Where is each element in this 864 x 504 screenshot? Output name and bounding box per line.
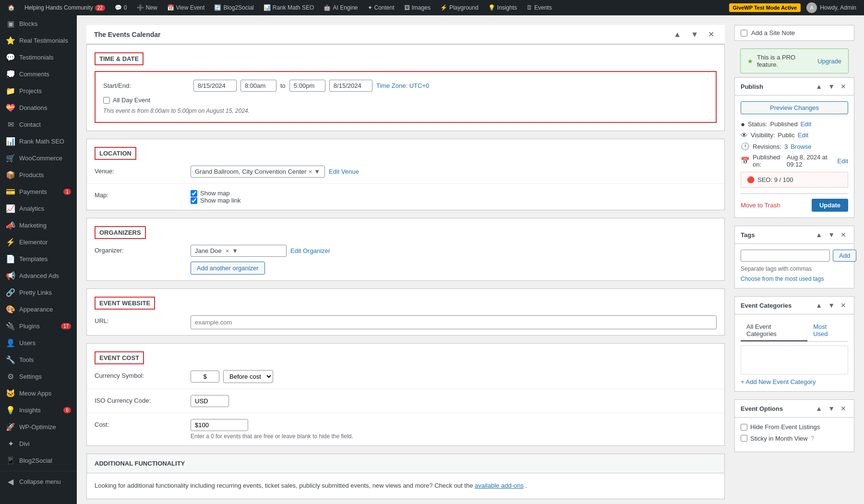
sidebar-item-woocommerce[interactable]: 🛒 WooCommerce: [0, 150, 77, 167]
adminbar-howdy[interactable]: A Howdy, Admin: [803, 2, 860, 13]
publish-expand-btn[interactable]: ▼: [826, 82, 837, 91]
visibility-edit-link[interactable]: Edit: [798, 132, 808, 139]
venue-select[interactable]: Grand Ballroom, City Convention Center ×…: [191, 166, 325, 178]
sidebar-item-analytics[interactable]: 📈 Analytics: [0, 200, 77, 217]
tags-collapse-btn[interactable]: ▲: [814, 230, 824, 240]
sidebar-item-blog2social[interactable]: 📱 Blog2Social: [0, 452, 77, 469]
sidebar-item-wp-optimize[interactable]: 🚀 WP-Optimize: [0, 419, 77, 435]
sidebar-item-blocks[interactable]: ▣ Blocks: [0, 15, 77, 32]
move-to-trash-link[interactable]: Move to Trash: [741, 202, 780, 209]
tags-header[interactable]: Tags ▲ ▼ ✕: [735, 226, 854, 244]
revisions-browse-link[interactable]: Browse: [791, 143, 811, 150]
tags-input[interactable]: [741, 250, 830, 262]
event-options-header[interactable]: Event Options ▲ ▼ ✕: [735, 400, 854, 418]
adminbar-content[interactable]: ✦ Content: [364, 0, 398, 15]
sidebar-item-appearance[interactable]: 🎨 Appearance: [0, 301, 77, 318]
tec-expand-button[interactable]: ▼: [688, 29, 701, 40]
site-note-checkbox[interactable]: [741, 30, 747, 36]
url-input[interactable]: [191, 315, 717, 329]
available-addons-link[interactable]: available add-ons: [475, 482, 524, 489]
edit-venue-link[interactable]: Edit Venue: [329, 168, 359, 175]
sidebar-item-plugins[interactable]: 🔌 Plugins 17: [0, 318, 77, 335]
adminbar-comments[interactable]: 💬 0: [111, 0, 131, 15]
sidebar-item-templates[interactable]: 📄 Templates: [0, 251, 77, 267]
publish-header[interactable]: Publish ▲ ▼ ✕: [735, 78, 854, 96]
sidebar-item-comments[interactable]: 💭 Comments: [0, 66, 77, 83]
add-category-link[interactable]: + Add New Event Category: [741, 378, 816, 385]
adminbar-new[interactable]: ➕ New: [133, 0, 161, 15]
update-button[interactable]: Update: [812, 199, 848, 212]
timezone-link[interactable]: Time Zone: UTC+0: [376, 82, 429, 89]
sidebar-item-pretty-links[interactable]: 🔗 Pretty Links: [0, 284, 77, 301]
end-time-input[interactable]: [289, 80, 325, 92]
sidebar-item-insights[interactable]: 💡 Insights 6: [0, 402, 77, 419]
sidebar-item-products[interactable]: 📦 Products: [0, 167, 77, 183]
event-categories-expand-btn[interactable]: ▼: [826, 300, 837, 310]
sidebar-item-advanced-ads[interactable]: 📢 Advanced Ads: [0, 267, 77, 284]
add-organizer-button[interactable]: Add another organizer: [191, 262, 265, 275]
adminbar-site-name[interactable]: Helping Hands Community 22: [21, 0, 109, 15]
adminbar-view-event[interactable]: 📅 View Event: [163, 0, 209, 15]
organizer-select[interactable]: Jane Doe × ▼: [191, 245, 287, 257]
sidebar-item-donations[interactable]: 💝 Donations: [0, 99, 77, 116]
end-date-input[interactable]: [329, 80, 372, 92]
event-options-expand-btn[interactable]: ▼: [826, 404, 837, 413]
publish-collapse-btn[interactable]: ▲: [814, 82, 824, 91]
sidebar-item-contact[interactable]: ✉ Contact: [0, 116, 77, 133]
sidebar-item-payments[interactable]: 💳 Payments 1: [0, 183, 77, 200]
adminbar-rank-math[interactable]: 📊 Rank Math SEO: [260, 0, 318, 15]
edit-organizer-link[interactable]: Edit Organizer: [290, 247, 330, 254]
tags-close-btn[interactable]: ✕: [839, 230, 848, 240]
sidebar-item-meow-apps[interactable]: 🐱 Meow Apps: [0, 385, 77, 402]
iso-currency-input[interactable]: [191, 395, 229, 407]
adminbar-images[interactable]: 🖼 Images: [400, 0, 434, 15]
sticky-in-month-checkbox[interactable]: [741, 435, 747, 442]
choose-tags-link[interactable]: Choose from the most used tags: [741, 276, 824, 282]
tec-close-button[interactable]: ✕: [705, 29, 717, 40]
sidebar-item-tools[interactable]: 🔧 Tools: [0, 351, 77, 368]
collapse-menu-item[interactable]: ◀ Collapse menu: [0, 473, 77, 490]
hide-from-listings-checkbox[interactable]: [741, 424, 747, 431]
cost-input[interactable]: [191, 419, 248, 431]
adminbar-playground[interactable]: ⚡ Playground: [436, 0, 482, 15]
sidebar-item-elementor[interactable]: ⚡ Elementor: [0, 234, 77, 251]
all-day-checkbox[interactable]: [103, 97, 110, 104]
show-map-link-checkbox[interactable]: [191, 197, 197, 204]
venue-clear-icon[interactable]: ×: [309, 168, 312, 175]
upgrade-link[interactable]: Upgrade: [817, 58, 841, 65]
sidebar-item-real-testimonials[interactable]: ⭐ Real Testimonials: [0, 32, 77, 49]
sticky-help-icon[interactable]: ?: [811, 434, 815, 442]
publish-close-btn[interactable]: ✕: [839, 82, 848, 91]
tec-collapse-button[interactable]: ▲: [671, 29, 684, 40]
currency-symbol-input[interactable]: [191, 371, 219, 383]
event-categories-close-btn[interactable]: ✕: [839, 300, 848, 310]
all-categories-tab[interactable]: All Event Categories: [741, 320, 807, 341]
preview-changes-button[interactable]: Preview Changes: [741, 101, 848, 114]
adminbar-events[interactable]: 🗓 Events: [523, 0, 556, 15]
status-edit-link[interactable]: Edit: [801, 120, 811, 128]
adminbar-site-logo[interactable]: 🏠: [4, 0, 19, 15]
add-tag-button[interactable]: Add: [833, 250, 856, 262]
sidebar-item-projects[interactable]: 📁 Projects: [0, 83, 77, 99]
give-badge[interactable]: GiveWP Test Mode Active: [729, 3, 801, 12]
event-categories-collapse-btn[interactable]: ▲: [814, 300, 824, 310]
published-edit-link[interactable]: Edit: [838, 157, 848, 165]
show-map-checkbox[interactable]: [191, 190, 197, 197]
sidebar-item-testimonials[interactable]: 💬 Testimonials: [0, 49, 77, 66]
tags-expand-btn[interactable]: ▼: [826, 230, 837, 240]
sidebar-item-marketing[interactable]: 📣 Marketing: [0, 217, 77, 234]
sidebar-item-users[interactable]: 👤 Users: [0, 335, 77, 351]
event-categories-header[interactable]: Event Categories ▲ ▼ ✕: [735, 297, 854, 314]
event-options-collapse-btn[interactable]: ▲: [814, 404, 824, 413]
venue-dropdown-icon[interactable]: ▼: [314, 168, 320, 175]
sidebar-item-divi[interactable]: ✦ Divi: [0, 435, 77, 452]
organizer-clear-icon[interactable]: ×: [226, 247, 229, 254]
organizer-dropdown-icon[interactable]: ▼: [232, 247, 238, 254]
before-cost-select[interactable]: Before cost: [223, 370, 273, 383]
sidebar-item-rank-math[interactable]: 📊 Rank Math SEO: [0, 133, 77, 150]
adminbar-ai-engine[interactable]: 🤖 AI Engine: [320, 0, 361, 15]
start-time-input[interactable]: [240, 80, 276, 92]
sidebar-item-settings[interactable]: ⚙ Settings: [0, 368, 77, 385]
adminbar-blog2social[interactable]: 🔄 Blog2Social: [210, 0, 257, 15]
adminbar-insights[interactable]: 💡 Insights: [484, 0, 521, 15]
